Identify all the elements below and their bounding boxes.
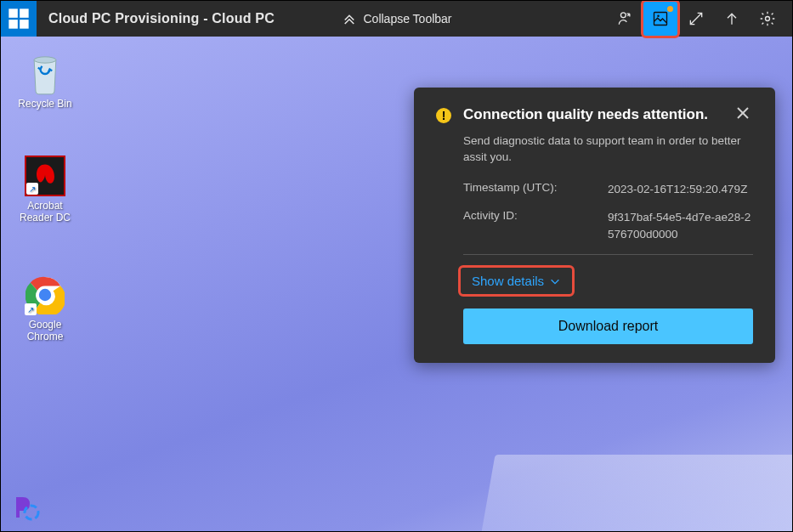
svg-rect-1: [20, 8, 28, 17]
acrobat-reader-icon[interactable]: ↗ Acrobat Reader DC: [11, 156, 79, 224]
show-details-label: Show details: [472, 274, 544, 288]
shortcut-arrow-icon: ↗: [25, 303, 37, 315]
upload-button[interactable]: [714, 1, 750, 37]
user-button[interactable]: [607, 1, 643, 37]
app-icon[interactable]: [1, 1, 37, 37]
panel-description: Send diagnostic data to support team in …: [463, 133, 753, 166]
activity-id-value: 9f317baf-54e5-4d7e-ae28-2576700d0000: [608, 209, 753, 242]
chevron-double-up-icon: [341, 11, 356, 26]
close-icon: [736, 106, 750, 120]
arrow-up-icon: [723, 10, 740, 27]
panel-title: Connection quality needs attention.: [463, 106, 724, 123]
collapse-label: Collapse Toolbar: [363, 12, 451, 25]
svg-point-15: [25, 506, 38, 519]
shortcut-arrow-icon: ↗: [26, 183, 38, 195]
svg-rect-0: [8, 8, 17, 17]
collapse-toolbar-button[interactable]: Collapse Toolbar: [341, 11, 451, 26]
close-button[interactable]: [736, 106, 753, 123]
activity-id-label: Activity ID:: [463, 209, 608, 242]
picture-icon: [652, 10, 669, 27]
timestamp-label: Timestamp (UTC):: [463, 181, 608, 198]
svg-rect-3: [20, 20, 28, 28]
divider: [463, 254, 753, 255]
expand-icon: [688, 10, 705, 27]
watermark-icon: [11, 492, 42, 523]
fullscreen-button[interactable]: [678, 1, 714, 37]
toolbar: Cloud PC Provisioning - Cloud PC Collaps…: [1, 1, 792, 37]
download-label: Download report: [558, 319, 658, 333]
recycle-bin-label: Recycle Bin: [11, 98, 79, 110]
warning-icon: !: [436, 108, 451, 123]
google-chrome-icon[interactable]: ↗ Google Chrome: [11, 274, 79, 343]
desktop-area[interactable]: Recycle Bin ↗ Acrobat Reader DC ↗ Google…: [1, 37, 792, 531]
trash-icon: [26, 52, 64, 96]
connection-quality-panel: ! Connection quality needs attention. Se…: [414, 88, 775, 363]
svg-point-4: [620, 13, 626, 18]
svg-rect-5: [654, 13, 667, 25]
svg-point-8: [766, 17, 770, 21]
notification-dot-icon: [667, 6, 673, 12]
acrobat-label: Acrobat Reader DC: [11, 200, 79, 224]
svg-point-6: [657, 14, 660, 17]
user-hand-icon: [616, 10, 633, 27]
timestamp-value: 2023-02-16T12:59:20.479Z: [608, 181, 753, 198]
settings-button[interactable]: [750, 1, 785, 37]
connection-quality-button[interactable]: [643, 1, 678, 37]
svg-rect-2: [8, 20, 17, 28]
recycle-bin-icon[interactable]: Recycle Bin: [11, 54, 79, 110]
gear-icon: [759, 10, 776, 27]
chrome-label: Google Chrome: [11, 319, 79, 343]
download-report-button[interactable]: Download report: [463, 308, 753, 344]
window-title: Cloud PC Provisioning - Cloud PC: [37, 11, 275, 26]
windows-icon: [7, 7, 31, 31]
chevron-down-icon: [549, 275, 561, 287]
svg-point-9: [34, 57, 56, 63]
show-details-button[interactable]: Show details: [463, 269, 569, 293]
